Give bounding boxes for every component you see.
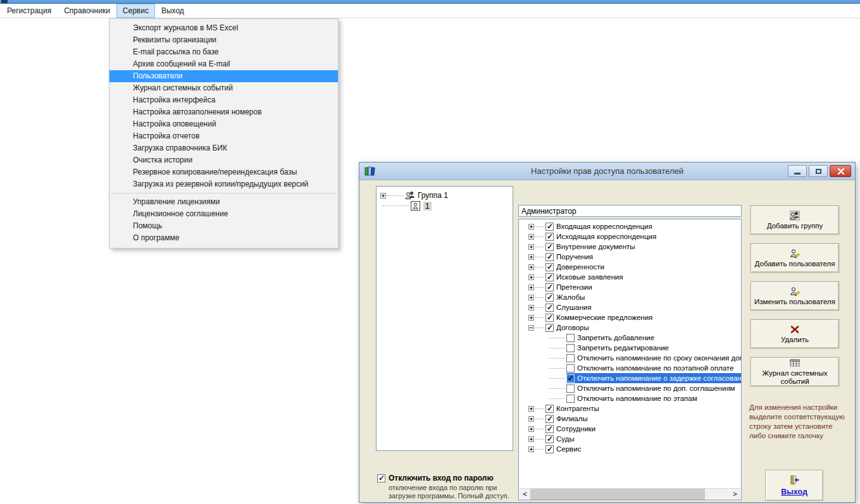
scroll-right-arrow[interactable]: > bbox=[730, 490, 740, 498]
permission-item[interactable]: Отключить напоминание по поэтапной оплат… bbox=[566, 363, 735, 373]
menubar-item-directories[interactable]: Справочники bbox=[58, 4, 116, 18]
horizontal-scrollbar[interactable]: < > bbox=[520, 488, 740, 499]
permission-checkbox[interactable] bbox=[545, 314, 554, 322]
permission-checkbox[interactable] bbox=[566, 354, 575, 362]
menu-item[interactable]: Настройка оповещений bbox=[109, 118, 338, 130]
permission-item[interactable]: Поручения bbox=[545, 252, 595, 262]
permission-checkbox[interactable] bbox=[566, 344, 575, 352]
permission-item[interactable]: Жалобы bbox=[545, 292, 587, 302]
collapse-icon[interactable] bbox=[380, 193, 386, 199]
edit-user-button[interactable]: Изменить пользователя bbox=[751, 281, 839, 310]
menubar-item-service[interactable]: Сервис bbox=[116, 4, 155, 18]
disable-password-checkbox[interactable] bbox=[377, 474, 385, 482]
expander-icon[interactable] bbox=[528, 325, 534, 331]
menu-item[interactable]: Экспорт журналов в MS Excel bbox=[109, 22, 338, 34]
permission-item[interactable]: Исковые заявления bbox=[545, 272, 625, 282]
expander-icon[interactable] bbox=[528, 274, 534, 280]
permission-row[interactable]: Отключить напоминание о задержке согласо… bbox=[519, 373, 741, 383]
expander-icon[interactable] bbox=[528, 285, 534, 290]
permission-checkbox[interactable] bbox=[566, 374, 575, 383]
permission-item[interactable]: Претензии bbox=[545, 282, 594, 292]
group-label[interactable]: Группа 1 bbox=[418, 191, 448, 200]
system-log-button[interactable]: Журнал системных событий bbox=[751, 357, 839, 386]
add-user-button[interactable]: Добавить пользователя bbox=[751, 243, 839, 273]
expander-icon[interactable] bbox=[528, 264, 534, 270]
permission-item[interactable]: Доверенности bbox=[545, 262, 606, 272]
permission-row[interactable]: Жалобы bbox=[519, 292, 741, 302]
permission-row[interactable]: Договоры bbox=[519, 323, 741, 333]
permission-row[interactable]: Исходящая корреспонденция bbox=[519, 231, 741, 242]
permission-checkbox[interactable] bbox=[545, 233, 554, 241]
group-tree-row[interactable]: Группа 1 bbox=[380, 190, 448, 200]
menu-item[interactable]: Настройка автозаполнения номеров bbox=[109, 106, 338, 118]
menu-item[interactable]: Резервное копирование/переиндексация баз… bbox=[109, 166, 338, 178]
menu-item[interactable]: Архив сообщений на E-mail bbox=[109, 58, 338, 70]
dialog-titlebar[interactable]: Настройки прав доступа пользователей bbox=[359, 163, 855, 180]
expander-icon[interactable] bbox=[528, 446, 534, 452]
permission-item[interactable]: Входящая корреспонденция bbox=[545, 221, 654, 231]
permission-item[interactable]: Исходящая корреспонденция bbox=[545, 231, 658, 242]
permission-item[interactable]: Отключить напоминание о задержке согласо… bbox=[566, 373, 741, 383]
permission-item[interactable]: Отключить напоминание по сроку окончания… bbox=[566, 353, 741, 363]
permission-item[interactable]: Отключить напоминание по доп. соглашения… bbox=[566, 383, 737, 393]
menu-item[interactable]: Реквизиты организации bbox=[109, 34, 338, 46]
user-label[interactable]: 1 bbox=[423, 202, 432, 211]
permission-item[interactable]: Сотрудники bbox=[545, 424, 597, 434]
expander-icon[interactable] bbox=[528, 305, 534, 310]
permission-checkbox[interactable] bbox=[545, 263, 554, 271]
permission-checkbox[interactable] bbox=[566, 395, 575, 403]
user-name-field[interactable] bbox=[518, 205, 742, 217]
permission-row[interactable]: Доверенности bbox=[519, 262, 741, 272]
expander-icon[interactable] bbox=[528, 406, 534, 412]
expander-icon[interactable] bbox=[528, 295, 534, 300]
menubar-item-exit[interactable]: Выход bbox=[155, 4, 190, 18]
add-group-button[interactable]: Добавить группу bbox=[751, 206, 839, 235]
permission-checkbox[interactable] bbox=[545, 273, 554, 281]
permission-checkbox[interactable] bbox=[545, 243, 554, 251]
expander-icon[interactable] bbox=[528, 416, 534, 422]
permission-row[interactable]: Сервис bbox=[519, 444, 741, 454]
menu-item[interactable]: Помощь bbox=[109, 220, 338, 232]
permission-row[interactable]: Слушания bbox=[519, 302, 741, 312]
maximize-button[interactable] bbox=[809, 165, 828, 177]
expander-icon[interactable] bbox=[528, 315, 534, 321]
menu-item[interactable]: Настройка интерфейса bbox=[109, 94, 338, 106]
permission-item[interactable]: Контрагенты bbox=[545, 403, 601, 414]
expander-icon[interactable] bbox=[528, 426, 534, 432]
permission-checkbox[interactable] bbox=[545, 435, 554, 443]
menu-item[interactable]: Лицензионное соглашение bbox=[109, 208, 338, 220]
permission-checkbox[interactable] bbox=[566, 334, 575, 342]
scroll-left-arrow[interactable]: < bbox=[520, 490, 530, 498]
menu-item[interactable]: Очистка истории bbox=[109, 154, 338, 166]
menu-item[interactable]: Загрузка из резервной копии/предыдущих в… bbox=[109, 178, 338, 190]
expander-icon[interactable] bbox=[528, 224, 534, 230]
permission-checkbox[interactable] bbox=[566, 364, 575, 372]
permission-checkbox[interactable] bbox=[545, 425, 554, 433]
permission-item[interactable]: Внутренние документы bbox=[545, 242, 637, 252]
permission-item[interactable]: Коммерческие предложения bbox=[545, 312, 654, 323]
permission-checkbox[interactable] bbox=[545, 324, 554, 332]
expander-icon[interactable] bbox=[528, 254, 534, 260]
permission-row[interactable]: Поручения bbox=[519, 252, 741, 262]
permission-item[interactable]: Сервис bbox=[545, 444, 583, 454]
permission-item[interactable]: Филиалы bbox=[545, 414, 590, 424]
permission-row[interactable]: Входящая корреспонденция bbox=[519, 221, 741, 231]
permission-checkbox[interactable] bbox=[545, 283, 554, 292]
permission-row[interactable]: Отключить напоминание по доп. соглашения… bbox=[519, 383, 741, 393]
group-user-row[interactable]: 1 bbox=[383, 201, 432, 211]
menu-item[interactable]: Журнал системных событий bbox=[109, 82, 338, 94]
permission-row[interactable]: Запретить редактирование bbox=[519, 343, 741, 353]
permission-row[interactable]: Претензии bbox=[519, 282, 741, 292]
menu-item[interactable]: О программе bbox=[109, 232, 338, 244]
permission-row[interactable]: Отключить напоминание по поэтапной оплат… bbox=[519, 363, 741, 373]
permission-checkbox[interactable] bbox=[545, 415, 554, 423]
delete-button[interactable]: Удалить bbox=[751, 319, 839, 348]
permission-row[interactable]: Коммерческие предложения bbox=[519, 312, 741, 323]
permission-checkbox[interactable] bbox=[545, 405, 554, 413]
menu-item[interactable]: Пользователи bbox=[109, 70, 338, 82]
menubar-item-registration[interactable]: Регистрация bbox=[1, 4, 58, 18]
permission-item[interactable]: Суды bbox=[545, 434, 576, 444]
permission-checkbox[interactable] bbox=[545, 253, 554, 261]
permission-checkbox[interactable] bbox=[545, 304, 554, 312]
permission-item[interactable]: Договоры bbox=[545, 323, 591, 333]
